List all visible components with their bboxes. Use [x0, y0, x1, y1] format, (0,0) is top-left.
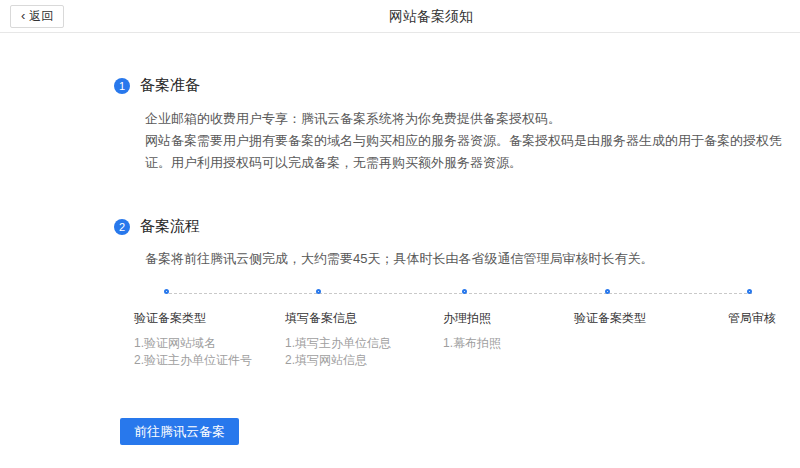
step-item: 1.填写主办单位信息 [285, 335, 391, 352]
paragraph: 企业邮箱的收费用户专享：腾讯云备案系统将为你免费提供备案授权码。 [145, 108, 795, 130]
step-items: 1.幕布拍照 [443, 335, 501, 352]
step-number-badge: 2 [114, 219, 130, 235]
process-timeline: 验证备案类型 1.验证网站域名 2.验证主办单位证件号 填写备案信息 1.填写主… [0, 289, 800, 401]
back-chevron-icon: ‹ [21, 9, 25, 22]
timeline-step-verify-type-2: 验证备案类型 [574, 311, 646, 325]
step-label: 办理拍照 [443, 311, 501, 325]
timeline-node-icon [462, 289, 467, 294]
step-item: 2.验证主办单位证件号 [134, 352, 252, 369]
timeline-node-icon [747, 289, 752, 294]
timeline-node-icon [316, 289, 321, 294]
step-item: 1.幕布拍照 [443, 335, 501, 352]
step-label: 管局审核 [728, 311, 776, 325]
timeline-step-photo: 办理拍照 1.幕布拍照 [443, 311, 501, 352]
section-filing-process: 2 备案流程 备案将前往腾讯云侧完成，大约需要45天；具体时长由各省级通信管理局… [0, 218, 800, 270]
step-label: 验证备案类型 [574, 311, 646, 325]
back-button-label: 返回 [29, 8, 53, 25]
back-button[interactable]: ‹ 返回 [10, 5, 64, 28]
timeline-step-verify-type: 验证备案类型 1.验证网站域名 2.验证主办单位证件号 [134, 311, 252, 369]
section-filing-preparation: 1 备案准备 企业邮箱的收费用户专享：腾讯云备案系统将为你免费提供备案授权码。 … [0, 77, 800, 174]
page-title: 网站备案须知 [62, 0, 800, 33]
timeline-dashed-connector [169, 293, 752, 294]
step-label: 填写备案信息 [285, 311, 391, 325]
go-to-tencent-cloud-filing-button[interactable]: 前往腾讯云备案 [120, 418, 239, 445]
timeline-node-icon [164, 289, 169, 294]
section-body: 备案将前往腾讯云侧完成，大约需要45天；具体时长由各省级通信管理局审核时长有关。 [145, 248, 795, 270]
step-label: 验证备案类型 [134, 311, 252, 325]
step-items: 1.验证网站域名 2.验证主办单位证件号 [134, 335, 252, 369]
paragraph: 网站备案需要用户拥有要备案的域名与购买相应的服务器资源。备案授权码是由服务器生成… [145, 130, 795, 174]
step-item: 1.验证网站域名 [134, 335, 252, 352]
section-heading: 1 备案准备 [114, 77, 800, 94]
header: ‹ 返回 网站备案须知 [0, 0, 800, 33]
timeline-step-fill-info: 填写备案信息 1.填写主办单位信息 2.填写网站信息 [285, 311, 391, 369]
timeline-step-authority-review: 管局审核 [728, 311, 776, 325]
timeline-node-icon [605, 289, 610, 294]
paragraph: 备案将前往腾讯云侧完成，大约需要45天；具体时长由各省级通信管理局审核时长有关。 [145, 248, 795, 270]
section-title: 备案准备 [140, 76, 200, 95]
section-heading: 2 备案流程 [114, 218, 800, 235]
step-number-badge: 1 [114, 78, 130, 94]
step-items: 1.填写主办单位信息 2.填写网站信息 [285, 335, 391, 369]
section-body: 企业邮箱的收费用户专享：腾讯云备案系统将为你免费提供备案授权码。 网站备案需要用… [145, 108, 795, 174]
step-item: 2.填写网站信息 [285, 352, 391, 369]
section-title: 备案流程 [140, 217, 200, 236]
